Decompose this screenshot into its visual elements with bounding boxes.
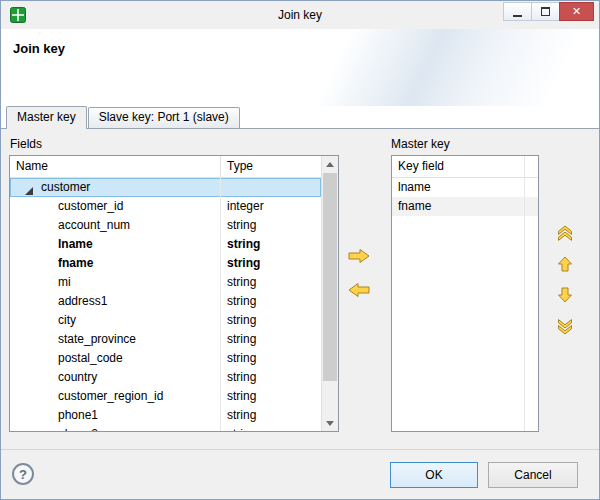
fields-table-header: Name Type bbox=[10, 156, 321, 178]
arrow-right-icon bbox=[347, 248, 371, 264]
field-type: string bbox=[220, 406, 321, 425]
field-type: string bbox=[220, 349, 321, 368]
field-name: fname bbox=[10, 254, 220, 273]
field-type: string bbox=[220, 216, 321, 235]
close-button[interactable]: ✕ bbox=[559, 2, 594, 21]
field-row[interactable]: citystring bbox=[10, 311, 321, 330]
fields-table: Name Type customer customer_idinteger bbox=[9, 155, 339, 432]
help-icon: ? bbox=[19, 467, 27, 482]
field-type: string bbox=[220, 425, 321, 431]
field-name: city bbox=[10, 311, 220, 330]
field-name: postal_code bbox=[10, 349, 220, 368]
column-header-key-field[interactable]: Key field bbox=[392, 156, 524, 177]
arrow-left-icon bbox=[347, 282, 371, 298]
button-bar: ? OK Cancel bbox=[1, 449, 599, 499]
dialog-body: Fields Master key Name Type customer bbox=[1, 129, 599, 451]
key-field-row[interactable]: fname bbox=[392, 197, 538, 216]
double-chevron-up-icon bbox=[557, 225, 573, 242]
maximize-button[interactable] bbox=[531, 2, 560, 21]
column-separator bbox=[524, 156, 525, 431]
transfer-buttons bbox=[346, 248, 372, 316]
field-type: string bbox=[220, 387, 321, 406]
fields-label: Fields bbox=[10, 137, 42, 151]
tab-bar: Master key Slave key: Port 1 (slave) bbox=[1, 106, 599, 129]
tab-master-key[interactable]: Master key bbox=[6, 106, 87, 129]
field-row[interactable]: account_numstring bbox=[10, 216, 321, 235]
field-name: customer_region_id bbox=[10, 387, 220, 406]
field-row[interactable]: postal_codestring bbox=[10, 349, 321, 368]
tree-expander-icon[interactable] bbox=[24, 183, 34, 193]
field-row[interactable]: customer_region_idstring bbox=[10, 387, 321, 406]
help-button[interactable]: ? bbox=[12, 463, 34, 485]
field-row[interactable]: address1string bbox=[10, 292, 321, 311]
field-type: string bbox=[220, 273, 321, 292]
reorder-buttons bbox=[552, 223, 578, 336]
dialog-title: Join key bbox=[13, 41, 65, 56]
field-row[interactable]: phone2string bbox=[10, 425, 321, 431]
field-type: string bbox=[220, 330, 321, 349]
field-name: address1 bbox=[10, 292, 220, 311]
remove-from-key-button[interactable] bbox=[346, 282, 372, 300]
field-name: country bbox=[10, 368, 220, 387]
tree-root-label: customer bbox=[41, 178, 90, 197]
cancel-button[interactable]: Cancel bbox=[488, 462, 578, 488]
maximize-icon bbox=[541, 7, 550, 16]
field-name: mi bbox=[10, 273, 220, 292]
column-header-type[interactable]: Type bbox=[220, 156, 321, 177]
field-row[interactable]: lnamestring bbox=[10, 235, 321, 254]
move-to-bottom-button[interactable] bbox=[552, 316, 578, 336]
dialog-header: Join key bbox=[1, 29, 599, 106]
double-chevron-down-icon bbox=[557, 318, 573, 335]
minimize-button[interactable] bbox=[503, 2, 532, 21]
field-row[interactable]: mistring bbox=[10, 273, 321, 292]
tree-row-customer[interactable]: customer bbox=[10, 178, 321, 197]
key-field-row[interactable]: lname bbox=[392, 178, 538, 197]
field-row[interactable]: countrystring bbox=[10, 368, 321, 387]
add-to-key-button[interactable] bbox=[346, 248, 372, 266]
close-icon: ✕ bbox=[572, 5, 581, 18]
master-key-table: Key field lname fname bbox=[391, 155, 539, 432]
window-controls: ✕ bbox=[503, 2, 594, 21]
fields-scrollbar[interactable] bbox=[321, 156, 338, 431]
scroll-up-icon[interactable] bbox=[322, 156, 338, 172]
tab-slave-key[interactable]: Slave key: Port 1 (slave) bbox=[88, 107, 240, 128]
ok-button[interactable]: OK bbox=[390, 462, 478, 488]
master-key-label: Master key bbox=[391, 137, 450, 151]
field-name: phone2 bbox=[10, 425, 220, 431]
field-name: phone1 bbox=[10, 406, 220, 425]
titlebar[interactable]: Join key ✕ bbox=[1, 1, 599, 29]
field-type: string bbox=[220, 235, 321, 254]
move-down-button[interactable] bbox=[552, 285, 578, 305]
fields-table-body: customer customer_idinteger account_nums… bbox=[10, 178, 321, 431]
scrollbar-thumb[interactable] bbox=[323, 173, 337, 381]
column-header-name[interactable]: Name bbox=[10, 156, 220, 177]
field-name: account_num bbox=[10, 216, 220, 235]
field-type: string bbox=[220, 254, 321, 273]
field-name: lname bbox=[10, 235, 220, 254]
field-name: state_province bbox=[10, 330, 220, 349]
move-up-button[interactable] bbox=[552, 254, 578, 274]
field-type: string bbox=[220, 311, 321, 330]
field-name: customer_id bbox=[10, 197, 220, 216]
scroll-down-icon[interactable] bbox=[322, 415, 338, 431]
field-type: string bbox=[220, 292, 321, 311]
join-key-dialog: Join key ✕ Join key Master key Slave key… bbox=[0, 0, 600, 500]
field-row[interactable]: customer_idinteger bbox=[10, 197, 321, 216]
field-type: string bbox=[220, 368, 321, 387]
minimize-icon bbox=[513, 15, 522, 17]
field-row[interactable]: phone1string bbox=[10, 406, 321, 425]
arrow-up-icon bbox=[557, 256, 573, 272]
field-row[interactable]: state_provincestring bbox=[10, 330, 321, 349]
arrow-down-icon bbox=[557, 287, 573, 303]
field-row[interactable]: fnamestring bbox=[10, 254, 321, 273]
move-to-top-button[interactable] bbox=[552, 223, 578, 243]
field-type: integer bbox=[220, 197, 321, 216]
master-key-table-header: Key field bbox=[392, 156, 538, 178]
